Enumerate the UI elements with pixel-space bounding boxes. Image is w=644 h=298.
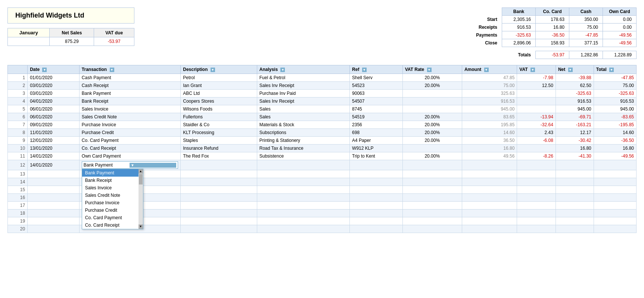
cell-net[interactable] <box>556 160 594 170</box>
cell-transaction[interactable]: Co. Card Receipt <box>79 145 180 152</box>
cell-ref[interactable]: W912 KLP <box>350 145 403 152</box>
cell-transaction[interactable]: Bank Payment▼Bank PaymentBank ReceiptSal… <box>79 160 180 170</box>
cell-amount[interactable]: 49.56 <box>462 152 517 160</box>
cell-vatrate[interactable] <box>402 209 462 217</box>
cell-transaction[interactable]: Purchase Credit <box>79 129 180 137</box>
cell-vatrate[interactable]: 20.00% <box>402 137 462 145</box>
cell-vatrate[interactable]: 20.00% <box>402 74 462 82</box>
cell-date[interactable] <box>28 186 80 194</box>
cell-total[interactable]: 945.00 <box>594 105 636 113</box>
cell-amount[interactable] <box>462 194 517 202</box>
cell-amount[interactable]: 47.85 <box>462 74 517 82</box>
cell-amount[interactable]: 14.60 <box>462 129 517 137</box>
col-header-vat[interactable]: VAT ▼ <box>517 65 556 74</box>
cell-transaction[interactable]: Co. Card Payment <box>79 137 180 145</box>
cell-net[interactable]: -41.30 <box>556 152 594 160</box>
cell-amount[interactable] <box>462 186 517 194</box>
cell-vat[interactable]: -7.98 <box>517 74 556 82</box>
dropdown-option[interactable]: Purchase Invoice <box>82 199 139 207</box>
cell-date[interactable] <box>28 178 80 186</box>
cell-analysis[interactable] <box>257 186 349 194</box>
cell-amount[interactable] <box>462 178 517 186</box>
cell-vatrate[interactable] <box>402 202 462 209</box>
cell-vat[interactable]: -13.94 <box>517 113 556 121</box>
cell-analysis[interactable]: Subscriptions <box>257 129 349 137</box>
cell-transaction[interactable]: Sales Invoice <box>79 105 180 113</box>
cell-date[interactable]: 01/01/2020 <box>28 74 80 82</box>
cell-vat[interactable] <box>517 202 556 209</box>
cell-description[interactable] <box>181 160 257 170</box>
cell-vat[interactable] <box>517 90 556 97</box>
cell-vat[interactable]: 2.43 <box>517 129 556 137</box>
cell-ref[interactable] <box>350 186 403 194</box>
cell-vat[interactable] <box>517 145 556 152</box>
cell-vatrate[interactable] <box>402 194 462 202</box>
cell-vatrate[interactable]: 20.00% <box>402 121 462 129</box>
cell-vat[interactable]: -6.08 <box>517 137 556 145</box>
cell-total[interactable] <box>594 202 636 209</box>
cell-description[interactable] <box>181 178 257 186</box>
cell-description[interactable]: Insurance Refund <box>181 145 257 152</box>
cell-total[interactable]: -325.63 <box>594 90 636 97</box>
cell-amount[interactable] <box>462 202 517 209</box>
cell-analysis[interactable] <box>257 225 349 233</box>
cell-vat[interactable] <box>517 217 556 225</box>
cell-total[interactable] <box>594 160 636 170</box>
cell-total[interactable]: 75.00 <box>594 82 636 90</box>
cell-amount[interactable] <box>462 217 517 225</box>
cell-analysis[interactable]: Purchase Inv Paid <box>257 90 349 97</box>
dropdown-option[interactable]: Bank Payment <box>82 169 139 177</box>
cell-total[interactable]: -49.56 <box>594 152 636 160</box>
cell-total[interactable] <box>594 178 636 186</box>
cell-analysis[interactable]: Sales <box>257 113 349 121</box>
cell-amount[interactable]: 325.63 <box>462 90 517 97</box>
cell-ref[interactable] <box>350 160 403 170</box>
cell-analysis[interactable] <box>257 170 349 178</box>
cell-date[interactable] <box>28 170 80 178</box>
cell-amount[interactable]: 75.00 <box>462 82 517 90</box>
cell-net[interactable]: 916.53 <box>556 97 594 105</box>
dropdown-option[interactable]: Purchase Credit <box>82 207 139 214</box>
scrollbar-down-icon[interactable]: ▼ <box>139 224 143 229</box>
cell-total[interactable]: 14.60 <box>594 129 636 137</box>
cell-net[interactable] <box>556 178 594 186</box>
cell-total[interactable] <box>594 186 636 194</box>
cell-amount[interactable]: 16.80 <box>462 145 517 152</box>
cell-date[interactable]: 06/01/2020 <box>28 105 80 113</box>
cell-net[interactable]: 16.80 <box>556 145 594 152</box>
dropdown-option[interactable]: Sales Invoice <box>82 184 139 192</box>
cell-vat[interactable]: -8.26 <box>517 152 556 160</box>
cell-analysis[interactable]: Printing & Stationery <box>257 137 349 145</box>
cell-analysis[interactable]: Subsistence <box>257 152 349 160</box>
cell-analysis[interactable]: Sales Inv Receipt <box>257 97 349 105</box>
cell-net[interactable]: 62.50 <box>556 82 594 90</box>
cell-description[interactable] <box>181 170 257 178</box>
cell-description[interactable]: Staidler & Co <box>181 121 257 129</box>
cell-vat[interactable] <box>517 225 556 233</box>
cell-date[interactable]: 13/01/2020 <box>28 145 80 152</box>
cell-date[interactable]: 09/01/2020 <box>28 121 80 129</box>
dropdown-option[interactable]: Co. Card Payment <box>82 214 139 221</box>
cell-ref[interactable]: A4 Paper <box>350 137 403 145</box>
cell-analysis[interactable] <box>257 202 349 209</box>
cell-vatrate[interactable] <box>402 186 462 194</box>
col-header-ref[interactable]: Ref ▼ <box>350 65 403 74</box>
cell-analysis[interactable]: Road Tax & Insurance <box>257 145 349 152</box>
cell-description[interactable]: Staples <box>181 137 257 145</box>
dropdown-option[interactable]: Bank Receipt <box>82 177 139 184</box>
cell-vat[interactable] <box>517 105 556 113</box>
cell-date[interactable] <box>28 209 80 217</box>
cell-date[interactable] <box>28 202 80 209</box>
cell-description[interactable]: ABC Ltd <box>181 90 257 97</box>
cell-analysis[interactable]: Sales <box>257 105 349 113</box>
cell-amount[interactable] <box>462 160 517 170</box>
cell-transaction[interactable]: Own Card Payment <box>79 152 180 160</box>
dropdown-option[interactable]: Sales Credit Note <box>82 192 139 199</box>
cell-ref[interactable]: 698 <box>350 129 403 137</box>
cell-description[interactable]: KLT Processing <box>181 129 257 137</box>
cell-ref[interactable] <box>350 170 403 178</box>
cell-analysis[interactable]: Sales Inv Receipt <box>257 82 349 90</box>
cell-total[interactable] <box>594 209 636 217</box>
cell-total[interactable] <box>594 170 636 178</box>
dropdown-option[interactable]: Co. Card Receipt <box>82 221 139 229</box>
